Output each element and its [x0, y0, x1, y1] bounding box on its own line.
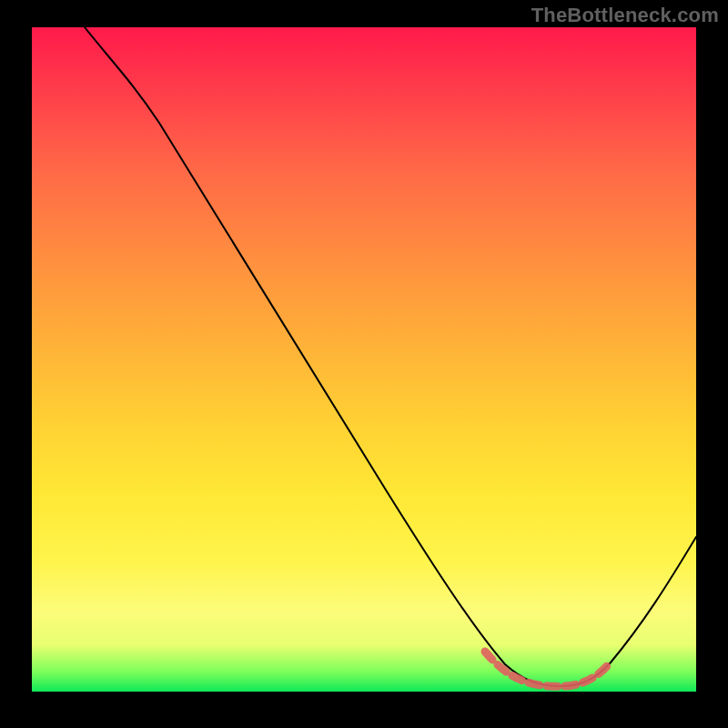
chart-frame: TheBottleneck.com — [0, 0, 728, 728]
watermark-text: TheBottleneck.com — [531, 4, 719, 27]
bottleneck-curve — [85, 27, 696, 686]
optimal-range-marker — [485, 652, 607, 686]
chart-svg — [32, 27, 696, 692]
plot-area — [32, 27, 696, 692]
